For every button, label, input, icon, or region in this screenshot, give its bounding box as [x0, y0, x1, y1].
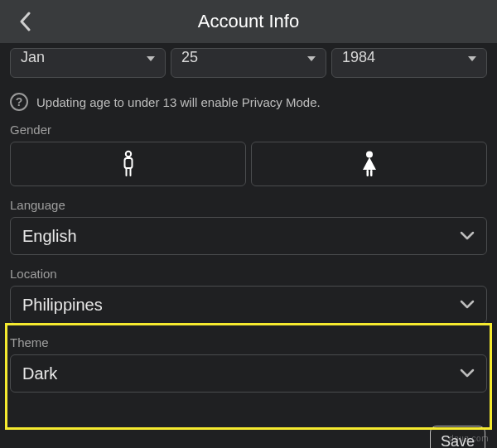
gender-row	[10, 142, 487, 186]
svg-point-0	[125, 152, 130, 157]
chevron-down-icon	[460, 300, 475, 310]
page-title: Account Info	[0, 11, 497, 32]
chevron-down-icon	[460, 231, 475, 241]
gender-female-button[interactable]	[251, 142, 487, 186]
female-icon	[360, 150, 379, 178]
account-info-screen: Account Info Jan 25 1984 ? Updating age …	[0, 0, 497, 448]
male-icon	[121, 150, 136, 178]
svg-rect-5	[366, 170, 369, 176]
caret-down-icon	[468, 56, 476, 61]
birth-month-select[interactable]: Jan	[10, 48, 166, 78]
gender-label: Gender	[10, 123, 487, 137]
question-icon[interactable]: ?	[10, 93, 28, 111]
birth-year-select[interactable]: 1984	[331, 48, 487, 78]
theme-value: Dark	[22, 364, 57, 383]
svg-rect-6	[370, 170, 373, 176]
birth-month-value: Jan	[21, 49, 45, 66]
location-label: Location	[10, 267, 487, 281]
back-button[interactable]	[12, 8, 38, 35]
location-value: Philippines	[22, 296, 103, 315]
svg-rect-1	[124, 158, 132, 168]
birth-day-select[interactable]: 25	[171, 48, 326, 78]
theme-section: Theme Dark Save	[10, 335, 487, 448]
watermark: douq.com	[449, 434, 489, 443]
chevron-down-icon	[460, 369, 475, 378]
svg-point-4	[366, 152, 373, 158]
privacy-info-text: Updating age to under 13 will enable Pri…	[36, 95, 321, 109]
birth-year-value: 1984	[342, 49, 375, 66]
gender-male-button[interactable]	[10, 142, 246, 186]
save-row: Save	[10, 426, 485, 448]
language-select[interactable]: English	[10, 217, 487, 255]
birth-day-value: 25	[181, 49, 198, 66]
language-label: Language	[10, 198, 487, 212]
theme-select[interactable]: Dark	[10, 354, 487, 393]
language-value: English	[22, 227, 77, 246]
chevron-left-icon	[19, 12, 31, 31]
location-select[interactable]: Philippines	[10, 286, 487, 324]
caret-down-icon	[307, 56, 316, 61]
content-area: Jan 25 1984 ? Updating age to under 13 w…	[0, 48, 497, 448]
header-bar: Account Info	[0, 0, 497, 43]
birthdate-row: Jan 25 1984	[10, 48, 487, 78]
theme-label: Theme	[10, 335, 487, 349]
privacy-info-row: ? Updating age to under 13 will enable P…	[10, 93, 487, 111]
caret-down-icon	[147, 56, 155, 61]
